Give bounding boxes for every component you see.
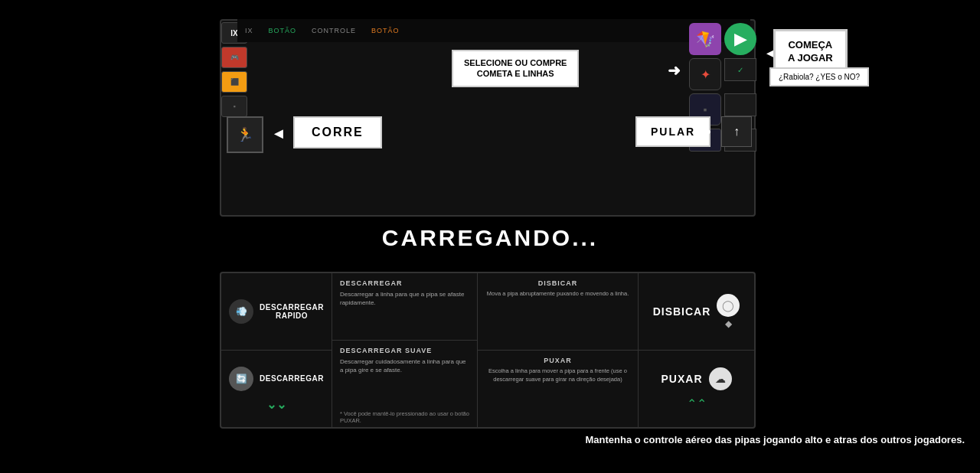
corre-icon: 🏃 [227, 116, 263, 153]
descarregar-rapido-label: DESCARREGAR RAPIDO [260, 303, 324, 320]
box3-title: DISBICAR [485, 279, 630, 287]
disbicar-info-box: DISBICAR Mova a pipa abruptamente puxand… [478, 273, 638, 351]
box2-text: Descarregar cuidadosamente a linha para … [340, 357, 469, 374]
carregando-text: CARREGANDO... [0, 225, 980, 251]
rabiola-text: ¿Rabiola? ¿YES o NO? [779, 73, 860, 81]
disbicar-right: DISBICAR ◯ ◆ [639, 273, 754, 351]
rabiola-box[interactable]: ¿Rabiola? ¿YES o NO? [769, 67, 869, 86]
info-note: * Você pode mantê-lo pressionado ao usar… [332, 407, 477, 427]
bottom-right-mid-col: DISBICAR Mova a pipa abruptamente puxand… [478, 273, 639, 427]
box4-text: Escolha a linha para mover a pipa para a… [485, 367, 630, 383]
game-topbar: IX BOTÃO CONTROLE BOTÃO [237, 19, 750, 42]
puxar-right: PUXAR ☁ ⌃⌃ [639, 351, 754, 427]
descarregar-rapido-icon: 💨 [229, 299, 253, 324]
disbicar-label: DISBICAR [653, 305, 711, 318]
descarregar-section: 🔄 DESCARREGAR ⌄⌄ [221, 351, 332, 427]
topbar-item-ix: IX [245, 27, 253, 34]
sidebar-icon-3[interactable]: ⬛ [221, 71, 247, 93]
topbar-item-botao2[interactable]: BOTÃO [371, 27, 400, 34]
icon-star[interactable]: ✦ [689, 58, 721, 90]
corre-box: CORRE [293, 116, 382, 148]
descarregar-suave-info-box: DESCARREGAR SUAVE Descarregar cuidadosam… [332, 341, 477, 407]
descarregar-label: DESCARREGAR [260, 374, 324, 383]
pular-icon: ↑ [721, 116, 752, 147]
puxar-info-box: PUXAR Escolha a linha para mover a pipa … [478, 351, 638, 427]
arrow-corre-left: ◄ [271, 125, 286, 142]
sidebar-icon-2[interactable]: 🎮 [221, 47, 247, 68]
box3-text: Mova a pipa abruptamente puxando e moven… [485, 290, 630, 298]
puxar-label: PUXAR [661, 373, 702, 385]
icon-small-2 [724, 93, 756, 116]
arrow-pular-right: ➜ [698, 122, 711, 141]
arrow-selecione-right: ➜ [668, 61, 681, 80]
footer-text: Mantenha o controle aéreo das pipas joga… [490, 432, 965, 448]
bottom-left-col: 💨 DESCARREGAR RAPIDO 🔄 DESCARREGAR ⌄⌄ [221, 273, 332, 427]
descarregar-info-box: DESCARREGAR Descarregar a linha para que… [332, 273, 477, 341]
topbar-item-controle[interactable]: CONTROLE [312, 27, 356, 34]
box1-text: Descarregar a linha para que a pipa se a… [340, 290, 469, 307]
disbicar-icon-down: ◆ [725, 318, 732, 329]
box4-title: PUXAR [485, 357, 630, 364]
disbicar-icon-up: ◯ [717, 294, 740, 317]
descarregar-chevron: ⌄⌄ [266, 397, 286, 412]
box2-title: DESCARREGAR SUAVE [340, 347, 469, 354]
pular-label: PULAR [651, 126, 695, 138]
puxar-icon: ☁ [709, 367, 732, 390]
puxar-chevron: ⌃⌃ [687, 396, 707, 411]
icon-play[interactable]: ▶ [724, 23, 756, 55]
corre-label: CORRE [312, 126, 364, 139]
bottom-right-col: DISBICAR ◯ ◆ PUXAR ☁ ⌃⌃ [639, 273, 754, 427]
icon-small-1: ✓ [724, 58, 756, 81]
descarregar-icon: 🔄 [229, 367, 253, 391]
comeca-line1: COMEÇA [788, 39, 832, 51]
icon-kite[interactable]: 🪁 [689, 23, 721, 55]
bottom-middle-col: DESCARREGAR Descarregar a linha para que… [332, 273, 478, 427]
selecione-line1: SELECIONE OU COMPRE [464, 58, 567, 67]
selecione-line2: COMETA E LINHAS [477, 69, 554, 78]
bottom-panel: 💨 DESCARREGAR RAPIDO 🔄 DESCARREGAR ⌄⌄ DE… [220, 272, 756, 429]
comeca-line2: A JOGAR [788, 52, 833, 64]
selecione-box: SELECIONE OU COMPRE COMETA E LINHAS [452, 50, 579, 87]
box1-title: DESCARREGAR [340, 279, 469, 287]
descarregar-rapido-section: 💨 DESCARREGAR RAPIDO [221, 273, 332, 351]
sidebar-icon-4[interactable]: ▪ [221, 96, 247, 117]
topbar-item-botao1[interactable]: BOTÃO [269, 27, 297, 34]
